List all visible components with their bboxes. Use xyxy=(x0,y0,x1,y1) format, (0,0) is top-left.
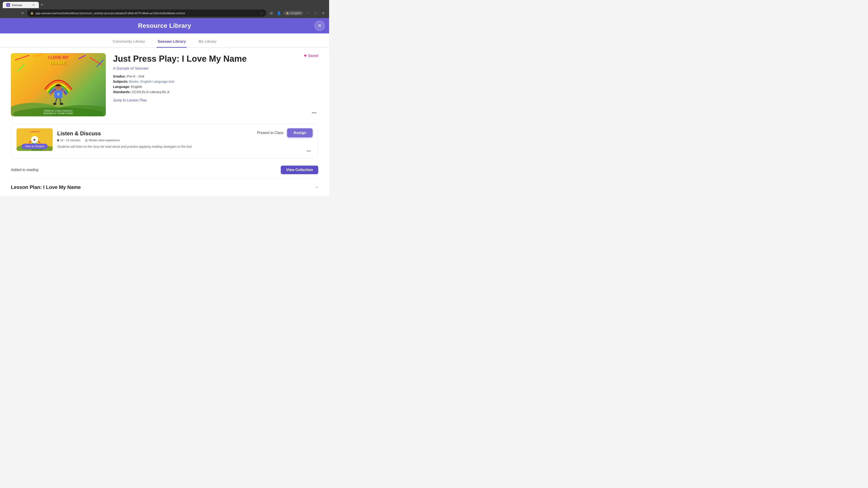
extensions-button[interactable]: ⊞ xyxy=(268,10,274,16)
minimize-window-button[interactable]: − xyxy=(305,10,311,16)
tab-my-library[interactable]: My Library xyxy=(197,37,217,48)
refresh-button[interactable]: ↺ xyxy=(19,10,25,16)
tab-community-library[interactable]: Community Library xyxy=(112,37,146,48)
collection-row: Added to reading View Collection xyxy=(11,163,318,179)
svg-point-18 xyxy=(57,86,58,87)
svg-text:S: S xyxy=(57,92,59,96)
collection-label: Added to reading xyxy=(11,168,38,172)
main-content: I LOVE MY NAME xyxy=(0,48,329,196)
svg-text:NAME: NAME xyxy=(31,133,38,135)
cover-character: S xyxy=(49,83,67,106)
new-tab-button[interactable]: + xyxy=(39,2,45,8)
tab-title: Seesaw xyxy=(12,3,22,7)
meta-subjects: Subjects: Books, English Language Arts xyxy=(113,79,318,84)
activity-more-options-button[interactable]: ••• xyxy=(305,148,313,155)
close-window-button[interactable]: ✕ xyxy=(320,10,327,16)
svg-line-12 xyxy=(51,91,54,95)
view-collection-button[interactable]: View Collection xyxy=(281,166,318,174)
page-title: Resource Library xyxy=(138,22,191,29)
forward-button[interactable]: → xyxy=(11,10,17,16)
cover-name-text: NAME xyxy=(13,60,103,66)
refresh-icon: ↺ xyxy=(21,11,24,15)
back-icon: ← xyxy=(4,11,8,15)
close-modal-button[interactable]: ✕ xyxy=(315,21,324,31)
browser-chrome: S Seesaw ✕ + ← → ↺ 🔒 app.seesaw.me/#/act… xyxy=(0,0,329,18)
tab-bar: S Seesaw ✕ + xyxy=(0,0,329,8)
duration-dot-icon xyxy=(57,139,59,141)
seesaw-favicon: S xyxy=(6,3,10,7)
meta-standards: Standards: CCSS.ELA-Literacy.RL.K xyxy=(113,90,318,94)
activity-duration: 10 - 15 minutes xyxy=(57,138,81,142)
activity-experience-type: ⊞ Whole class experience xyxy=(85,138,120,142)
browser-actions: ⊞ 👤 🕵 Incognito − □ ✕ xyxy=(268,10,327,16)
more-options-icon: ••• xyxy=(312,110,316,115)
incognito-badge: 🕵 Incognito xyxy=(283,11,303,15)
book-title: Just Press Play: I Love My Name xyxy=(113,54,318,64)
saved-label: Saved xyxy=(308,54,318,58)
address-bar[interactable]: 🔒 app.seesaw.me/#/activities/library?pre… xyxy=(27,9,266,17)
assign-button[interactable]: Assign xyxy=(287,128,313,137)
activity-card-listen-discuss: I LOVE MY NAME S ▶ View as Student xyxy=(11,124,318,158)
character-svg: S xyxy=(49,83,67,105)
lesson-plan-section: Lesson Plan: I Love My Name − xyxy=(11,183,318,190)
present-to-class-button[interactable]: Present to Class xyxy=(257,131,283,135)
book-cover: I LOVE MY NAME xyxy=(11,53,106,116)
address-bar-row: ← → ↺ 🔒 app.seesaw.me/#/activities/libra… xyxy=(0,8,329,18)
activity-description: Students will listen to the story be rea… xyxy=(57,144,313,149)
meta-grades: Grades: Pre-K - 2nd xyxy=(113,74,318,78)
tab-close-button[interactable]: ✕ xyxy=(32,3,35,7)
incognito-label: Incognito xyxy=(290,11,301,15)
monitor-icon: ⊞ xyxy=(85,138,88,142)
cover-credits: Written by Colleen Anderson Illustrated … xyxy=(11,109,106,115)
expand-icon: − xyxy=(315,184,318,190)
back-button[interactable]: ← xyxy=(3,10,9,16)
book-meta: Grades: Pre-K - 2nd Subjects: Books, Eng… xyxy=(113,74,318,94)
bookmark-icon: ☆ xyxy=(260,11,263,15)
library-tab-nav: Community Library Seesaw Library My Libr… xyxy=(0,33,329,48)
profile-button[interactable]: 👤 xyxy=(276,10,282,16)
svg-text:I LOVE MY: I LOVE MY xyxy=(29,131,40,133)
svg-point-19 xyxy=(59,86,60,87)
play-button[interactable]: ▶ xyxy=(31,136,38,143)
lesson-plan-title: Lesson Plan: I Love My Name xyxy=(11,184,81,190)
app-header: Resource Library ✕ xyxy=(0,18,329,33)
book-cover-illustration: I LOVE MY NAME xyxy=(11,53,106,116)
svg-line-15 xyxy=(60,98,61,103)
svg-line-13 xyxy=(62,88,66,91)
activity-more-icon: ••• xyxy=(307,149,311,153)
activity-thumbnail[interactable]: I LOVE MY NAME S ▶ View as Student xyxy=(17,128,53,151)
saved-badge: ♥ Saved xyxy=(304,53,318,58)
url-text: app.seesaw.me/#/activities/library?premi… xyxy=(35,11,258,15)
tab-seesaw-library[interactable]: Seesaw Library xyxy=(157,37,187,48)
close-icon: ✕ xyxy=(318,23,322,29)
book-info: Just Press Play: I Love My Name A Sample… xyxy=(113,53,318,116)
browser-tab-seesaw[interactable]: S Seesaw ✕ xyxy=(3,2,39,8)
book-collection-link[interactable]: A Sample of Seesaw xyxy=(113,66,318,71)
svg-line-14 xyxy=(55,98,57,103)
svg-point-16 xyxy=(53,103,57,105)
saved-heart-icon: ♥ xyxy=(304,53,307,58)
forward-icon: → xyxy=(12,11,16,15)
svg-point-17 xyxy=(60,103,63,105)
activity-meta: 10 - 15 minutes ⊞ Whole class experience xyxy=(57,138,313,142)
maximize-window-button[interactable]: □ xyxy=(312,10,319,16)
view-as-student-button[interactable]: View as Student xyxy=(22,144,48,149)
cover-title-area: I LOVE MY NAME xyxy=(13,55,103,66)
activity-actions: Present to Class Assign xyxy=(257,128,313,137)
meta-language: Language: English xyxy=(113,85,318,89)
app-container: Resource Library ✕ Community Library See… xyxy=(0,18,329,196)
book-more-options-button[interactable]: ••• xyxy=(310,109,318,116)
incognito-icon: 🕵 xyxy=(286,11,289,15)
lock-icon: 🔒 xyxy=(30,11,34,15)
lesson-plan-expand-button[interactable]: − xyxy=(315,184,318,190)
jump-to-lesson-plan-link[interactable]: Jump to Lesson Plan xyxy=(113,98,147,102)
book-detail: I LOVE MY NAME xyxy=(11,53,318,116)
cover-title-text: I LOVE MY xyxy=(13,55,103,60)
